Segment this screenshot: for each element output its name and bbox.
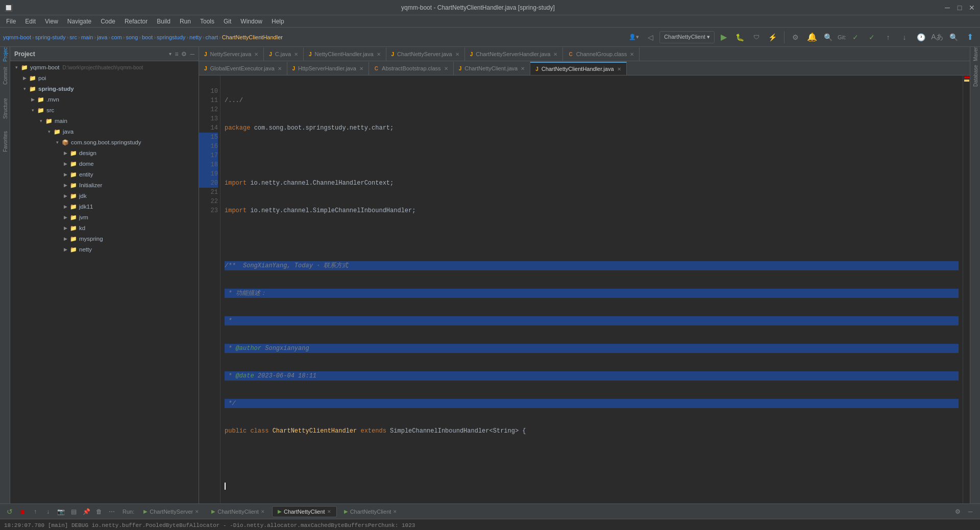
tab-globaleventexecutor[interactable]: J GlobalEventExecutor.java ✕ bbox=[199, 62, 287, 75]
tree-item-yqmm-boot[interactable]: ▾ 📁 yqmm-boot D:\work\project\huatech\yq… bbox=[10, 62, 199, 73]
tab-nettyserver[interactable]: J NettyServer.java ✕ bbox=[199, 47, 264, 61]
translate-button[interactable]: Aあ bbox=[930, 30, 944, 44]
tree-item-myspring[interactable]: ▶ 📁 myspring bbox=[10, 234, 199, 244]
breadcrumb-boot[interactable]: boot bbox=[142, 34, 153, 40]
tab-c[interactable]: J C.java ✕ bbox=[264, 47, 304, 61]
tab-close-icon[interactable]: ✕ bbox=[393, 509, 397, 514]
close-panel-icon[interactable]: ─ bbox=[190, 51, 194, 58]
menu-build[interactable]: Build bbox=[153, 17, 175, 26]
tab-chartnettyserverhandler[interactable]: J ChartNettyServerHandler.java ✕ bbox=[465, 47, 564, 61]
panel-close-icon[interactable]: ─ bbox=[965, 506, 976, 517]
tree-item-spring-study[interactable]: ▾ 📁 spring-study bbox=[10, 84, 199, 94]
filter-button[interactable]: ▤ bbox=[68, 506, 79, 517]
run-tab-chartnettyclient2[interactable]: ▶ ChartNettyClient ✕ bbox=[272, 506, 337, 517]
tab-close-icon[interactable]: ✕ bbox=[254, 52, 258, 57]
menu-navigate[interactable]: Navigate bbox=[63, 17, 95, 26]
tree-item-jvm[interactable]: ▶ 📁 jvm bbox=[10, 212, 199, 223]
menu-run[interactable]: Run bbox=[176, 17, 195, 26]
tab-close-icon[interactable]: ✕ bbox=[377, 52, 381, 57]
run-tab-chartnettyclient1[interactable]: ▶ ChartNettyClient ✕ bbox=[206, 507, 270, 517]
tab-close-icon[interactable]: ✕ bbox=[444, 66, 448, 71]
git-pull[interactable]: ↓ bbox=[897, 30, 912, 44]
settings-gear-icon[interactable]: ⚙ bbox=[952, 506, 963, 517]
commit-icon[interactable]: Commit bbox=[1, 71, 10, 81]
breadcrumb-src[interactable]: src bbox=[69, 34, 77, 40]
scroll-up-button[interactable]: ↑ bbox=[30, 506, 41, 517]
scroll-down-button[interactable]: ↓ bbox=[42, 506, 54, 517]
menu-git[interactable]: Git bbox=[219, 17, 235, 26]
tab-nettyclienthandler[interactable]: J NettyClientHandler.java ✕ bbox=[304, 47, 386, 61]
vcs-button[interactable]: 👤▾ bbox=[627, 30, 641, 44]
update-button[interactable]: ⬆ bbox=[963, 30, 977, 44]
git-history[interactable]: 🕐 bbox=[914, 30, 928, 44]
settings-icon[interactable]: ⚙ bbox=[181, 51, 187, 58]
breadcrumb-class[interactable]: ChartNettyClientHandler bbox=[222, 34, 283, 40]
tab-close-icon[interactable]: ✕ bbox=[553, 52, 557, 57]
console-output[interactable]: 18:29:07.780 [main] DEBUG io.netty.buffe… bbox=[0, 519, 980, 530]
breadcrumb-song[interactable]: song bbox=[126, 34, 138, 40]
tree-item-dome[interactable]: ▶ 📁 dome bbox=[10, 159, 199, 169]
breadcrumb-main[interactable]: main bbox=[81, 34, 93, 40]
tab-chartnettyclient[interactable]: J ChartNettyClient.java ✕ bbox=[454, 62, 531, 75]
tree-item-kd[interactable]: ▶ 📁 kd bbox=[10, 223, 199, 234]
menu-refactor[interactable]: Refactor bbox=[120, 17, 152, 26]
tab-chartnettyclienthandler[interactable]: J ChartNettyClientHandler.java ✕ bbox=[530, 62, 626, 75]
tab-chartnettyserver[interactable]: J ChartNettyServer.java ✕ bbox=[386, 47, 465, 61]
breadcrumb-java[interactable]: java bbox=[97, 34, 107, 40]
pin-button[interactable]: 📌 bbox=[81, 506, 92, 517]
breadcrumb-springstudy[interactable]: springstudy bbox=[157, 34, 185, 40]
git-check2[interactable]: ✓ bbox=[865, 30, 879, 44]
tab-close-icon[interactable]: ✕ bbox=[617, 66, 621, 72]
tree-item-mvn[interactable]: ▶ 📁 .mvn bbox=[10, 94, 199, 105]
tab-close-icon[interactable]: ✕ bbox=[278, 66, 282, 71]
tree-item-main[interactable]: ▾ 📁 main bbox=[10, 116, 199, 127]
run-tab-chartnettyclient3[interactable]: ▶ ChartNettyClient ✕ bbox=[339, 507, 403, 517]
git-push[interactable]: ↑ bbox=[881, 30, 895, 44]
rerun-button[interactable]: ↺ bbox=[4, 506, 15, 517]
project-icon[interactable]: Project bbox=[1, 49, 10, 58]
tree-item-netty[interactable]: ▶ 📁 netty bbox=[10, 244, 199, 255]
menu-file[interactable]: File bbox=[2, 17, 20, 26]
screenshot-button[interactable]: 📷 bbox=[55, 506, 66, 517]
collapse-all-icon[interactable]: ≡ bbox=[175, 51, 178, 58]
back-button[interactable]: ◁ bbox=[643, 30, 657, 44]
tab-channelgroup[interactable]: C ChannelGroup.class ✕ bbox=[563, 47, 640, 61]
tab-httpserverhandler[interactable]: J HttpServerHandler.java ✕ bbox=[287, 62, 369, 75]
notifications-button[interactable]: 🔔 bbox=[805, 30, 819, 44]
breadcrumb-project[interactable]: spring-study bbox=[35, 34, 66, 40]
tab-close-icon[interactable]: ✕ bbox=[327, 509, 331, 514]
run-button[interactable]: ▶ bbox=[717, 30, 731, 44]
tab-close-icon[interactable]: ✕ bbox=[630, 52, 634, 57]
tab-close-icon[interactable]: ✕ bbox=[261, 509, 265, 514]
maven-icon[interactable]: Maven bbox=[971, 49, 980, 58]
structure-icon[interactable]: Structure bbox=[1, 104, 10, 113]
tab-close-icon[interactable]: ✕ bbox=[455, 52, 459, 57]
menu-tools[interactable]: Tools bbox=[196, 17, 218, 26]
close-button[interactable]: ✕ bbox=[968, 4, 976, 12]
menu-code[interactable]: Code bbox=[96, 17, 119, 26]
code-area[interactable]: /.../ package com.song.boot.springstudy.… bbox=[220, 75, 963, 503]
tree-item-poi[interactable]: ▶ 📁 poi bbox=[10, 73, 199, 84]
profile-button[interactable]: ⚡ bbox=[766, 30, 780, 44]
tree-item-initializer[interactable]: ▶ 📁 Initializer bbox=[10, 180, 199, 191]
tab-close-icon[interactable]: ✕ bbox=[195, 509, 199, 514]
tree-item-design[interactable]: ▶ 📁 design bbox=[10, 148, 199, 159]
tree-item-jdk11[interactable]: ▶ 📁 jdk11 bbox=[10, 201, 199, 212]
search-everywhere-button[interactable]: 🔍 bbox=[821, 30, 836, 44]
settings-button[interactable]: ⚙ bbox=[789, 30, 803, 44]
tree-item-java[interactable]: ▾ 📁 java bbox=[10, 127, 199, 137]
stop-button[interactable]: ■ bbox=[17, 506, 28, 517]
tree-item-entity[interactable]: ▶ 📁 entity bbox=[10, 169, 199, 180]
breadcrumb-com[interactable]: com bbox=[111, 34, 122, 40]
tab-abstractbootstrap[interactable]: C AbstractBootstrap.class ✕ bbox=[369, 62, 454, 75]
tab-close-icon[interactable]: ✕ bbox=[521, 66, 525, 71]
breadcrumb-root[interactable]: yqmm-boot bbox=[3, 34, 31, 40]
breadcrumb-netty[interactable]: netty bbox=[189, 34, 202, 40]
tab-close-icon[interactable]: ✕ bbox=[294, 52, 298, 57]
search-button2[interactable]: 🔍 bbox=[946, 30, 961, 44]
favorites-icon[interactable]: Favorites bbox=[1, 137, 10, 146]
clear-button[interactable]: 🗑 bbox=[93, 506, 105, 517]
tree-item-src[interactable]: ▾ 📁 src bbox=[10, 105, 199, 116]
menu-window[interactable]: Window bbox=[236, 17, 266, 26]
debug-button[interactable]: 🐛 bbox=[733, 30, 747, 44]
